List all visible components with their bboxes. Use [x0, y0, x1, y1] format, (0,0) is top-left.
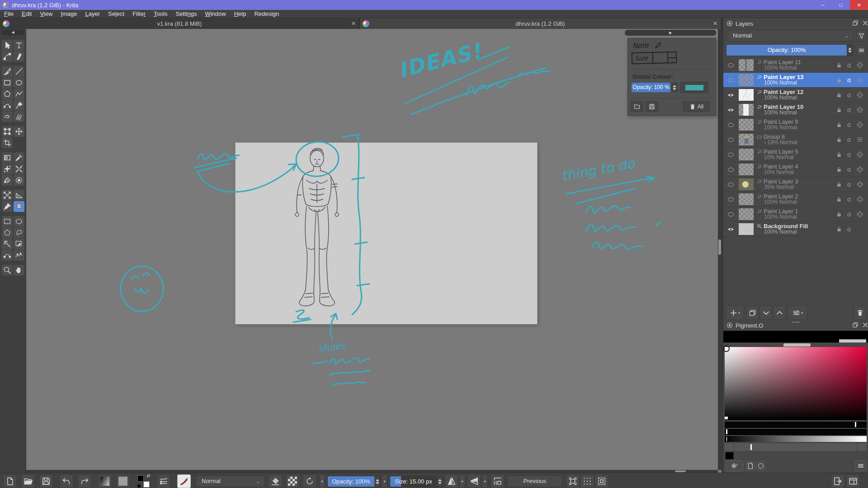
menu-file[interactable]: File [0, 10, 18, 18]
layers-panel-float-button[interactable] [849, 19, 857, 27]
menu-help[interactable]: Help [230, 10, 250, 18]
reload-dropdown[interactable]: ▾ [319, 474, 325, 488]
freehand-path-tool[interactable] [14, 100, 24, 111]
layer-alpha-icon[interactable]: α [845, 211, 853, 218]
layer-row[interactable]: Paint Layer 9100% Normalα [723, 117, 868, 132]
visibility-off-icon[interactable] [727, 61, 739, 69]
layer-lock-icon[interactable] [835, 76, 843, 84]
enclose-fill-tool[interactable] [14, 175, 24, 186]
pigment-panel-float-button[interactable] [849, 321, 857, 329]
polygon-tool[interactable] [2, 89, 13, 99]
mirror-h-dropdown[interactable]: ▾ [459, 474, 465, 488]
layer-row[interactable]: Group 8› 19% Normalα [723, 132, 868, 147]
layer-alpha-icon[interactable]: α [845, 166, 853, 173]
foreground-color[interactable] [137, 475, 144, 482]
layer-lock-icon[interactable] [835, 211, 843, 218]
layer-pin-icon[interactable] [856, 76, 863, 84]
move-layer-up-button[interactable] [773, 305, 786, 320]
pigment-panel-close-button[interactable] [859, 321, 867, 329]
note-delete-all-button[interactable]: All [683, 101, 709, 112]
brush-blend-mode-select[interactable]: Normal⌄ [196, 475, 264, 487]
eraser-mode-button[interactable] [269, 474, 282, 488]
layer-filter-button[interactable] [856, 30, 866, 42]
note-open-button[interactable] [631, 101, 643, 112]
layer-lock-icon[interactable] [835, 121, 843, 128]
layer-alpha-icon[interactable]: α [845, 61, 853, 69]
layer-alpha-icon[interactable]: α [845, 151, 853, 158]
document-canvas[interactable] [236, 143, 537, 324]
layer-alpha-icon[interactable]: α [845, 196, 853, 203]
text-tool[interactable] [14, 40, 24, 51]
polygonal-selection-tool[interactable] [2, 227, 13, 238]
visibility-off-icon[interactable] [727, 181, 739, 188]
layer-pin-icon[interactable] [856, 166, 863, 173]
layer-alpha-icon[interactable]: α [845, 181, 853, 188]
visibility-on-icon[interactable] [727, 225, 739, 233]
opacity-dropdown[interactable]: ▾ [382, 474, 387, 488]
canvas-area[interactable] [26, 29, 722, 473]
menu-tools[interactable]: Tools [150, 10, 171, 18]
layer-pin-icon[interactable] [856, 61, 863, 69]
layer-thumbnail[interactable] [739, 208, 754, 220]
pattern-chooser-button[interactable] [116, 474, 130, 488]
mirror-v-dropdown[interactable]: ▾ [482, 474, 488, 488]
delete-layer-button[interactable] [854, 305, 866, 320]
menu-image[interactable]: Image [57, 10, 81, 18]
layer-row[interactable]: Paint Layer 1100% Normalα [723, 207, 868, 222]
layer-lock-icon[interactable] [835, 91, 843, 99]
workspace-chooser-button[interactable] [846, 474, 860, 488]
color-sampler-tool[interactable] [14, 152, 24, 163]
pigment-value-slider[interactable] [725, 436, 867, 442]
menu-settings[interactable]: Settings [171, 10, 201, 18]
layer-lock-icon[interactable] [835, 196, 843, 203]
layer-row[interactable]: Paint Layer 13100% Normalα [723, 73, 868, 88]
layer-thumbnail[interactable] [739, 74, 754, 86]
tab-close-icon[interactable]: ✕ [711, 20, 719, 27]
menu-edit[interactable]: Edit [18, 10, 36, 18]
layer-pin-icon[interactable] [856, 151, 863, 158]
freehand-selection-tool[interactable] [14, 227, 24, 238]
layer-thumbnail[interactable] [739, 193, 754, 205]
duplicate-layer-button[interactable] [746, 305, 759, 320]
layer-alpha-icon[interactable]: α [845, 91, 853, 99]
export-button[interactable] [831, 474, 844, 488]
pigment-tick-slider[interactable] [725, 443, 867, 451]
opacity-spinner[interactable] [847, 45, 853, 56]
layer-lock-icon[interactable] [835, 106, 843, 113]
blend-mode-select[interactable]: Normal⌄ [726, 30, 854, 42]
contiguous-selection-tool[interactable] [2, 239, 13, 249]
pigment-menu-button[interactable] [855, 460, 866, 471]
pigment-dash-button[interactable] [756, 461, 765, 470]
multibrush-tool[interactable] [14, 111, 24, 122]
open-document-button[interactable] [21, 474, 35, 488]
toolbox-scroll-left[interactable]: ◀ [1, 30, 24, 35]
layers-panel-close-button[interactable] [859, 19, 867, 27]
move-tool[interactable] [14, 126, 24, 137]
layer-pin-icon[interactable] [856, 211, 863, 218]
undo-button[interactable] [60, 474, 73, 488]
crop-tool[interactable] [2, 137, 13, 148]
measure-tool[interactable] [14, 190, 24, 201]
layer-pin-icon[interactable] [856, 196, 863, 203]
colorize-mask-tool[interactable] [2, 164, 13, 174]
note-opacity-spinner[interactable] [671, 83, 678, 92]
layer-thumbnail[interactable] [739, 223, 754, 235]
global-colour-swatch[interactable] [680, 82, 708, 93]
rectangle-tool[interactable] [2, 77, 13, 88]
save-document-button[interactable] [39, 474, 53, 488]
horizontal-mirror-button[interactable] [445, 474, 458, 488]
transform-tool[interactable] [2, 126, 13, 137]
polyline-tool[interactable] [14, 89, 24, 99]
layers-menu-button[interactable] [856, 44, 866, 56]
layer-thumbnail[interactable] [739, 89, 754, 101]
previous-preset-button[interactable]: Previous [507, 475, 562, 487]
pigment-mode-button[interactable] [726, 460, 743, 471]
zoom-tool[interactable] [2, 265, 13, 276]
freehand-brush-tool[interactable] [2, 66, 13, 77]
visibility-on-icon[interactable] [727, 106, 739, 114]
close-button[interactable]: ✕ [850, 0, 868, 10]
layer-pin-icon[interactable] [856, 181, 863, 188]
layer-lock-icon[interactable] [835, 166, 843, 173]
notes-tool[interactable] [14, 201, 24, 212]
layer-thumbnail[interactable] [739, 149, 754, 160]
